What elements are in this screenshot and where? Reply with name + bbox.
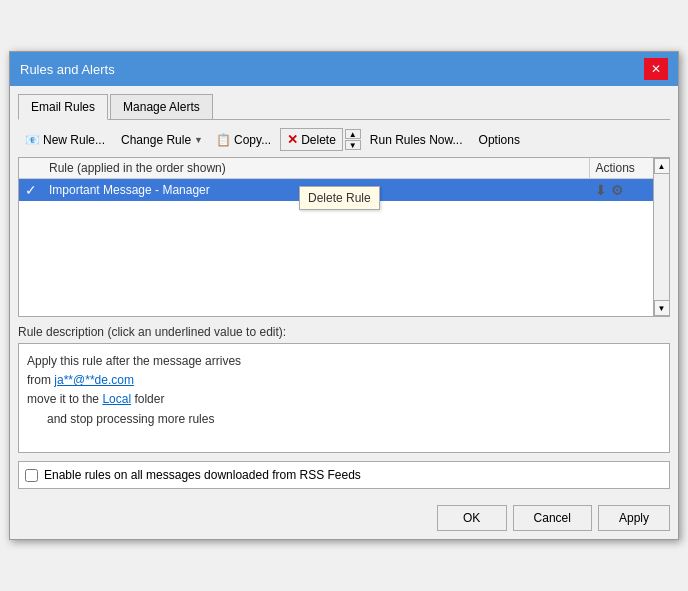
tab-email-rules[interactable]: Email Rules — [18, 94, 108, 120]
tabs-container: Email Rules Manage Alerts — [18, 94, 670, 120]
toolbar: 📧 New Rule... Change Rule ▼ 📋 Copy... ✕ … — [18, 128, 670, 151]
rules-and-alerts-dialog: Rules and Alerts ✕ Email Rules Manage Al… — [9, 51, 679, 540]
scroll-up-arrow[interactable]: ▲ — [654, 158, 670, 174]
filter-icon: ⚙ — [611, 182, 624, 198]
download-icon: ⬇ — [595, 182, 607, 198]
desc-line1: Apply this rule after the message arrive… — [27, 352, 661, 371]
delete-tooltip: Delete Rule — [299, 186, 380, 210]
apply-button[interactable]: Apply — [598, 505, 670, 531]
move-down-button[interactable]: ▼ — [345, 140, 361, 150]
copy-button[interactable]: 📋 Copy... — [209, 129, 278, 151]
change-rule-dropdown-icon: ▼ — [194, 135, 203, 145]
col-rule-header: Rule (applied in the order shown) — [43, 158, 589, 179]
desc-line4: and stop processing more rules — [27, 410, 661, 429]
desc-line2: from ja**@**de.com — [27, 371, 661, 390]
ok-button[interactable]: OK — [437, 505, 507, 531]
rules-table-container: Rule (applied in the order shown) Action… — [18, 157, 670, 317]
check-mark-icon: ✓ — [25, 182, 37, 198]
table-header-row: Rule (applied in the order shown) Action… — [19, 158, 669, 179]
move-up-button[interactable]: ▲ — [345, 129, 361, 139]
title-bar: Rules and Alerts ✕ — [10, 52, 678, 86]
options-button[interactable]: Options — [472, 129, 527, 151]
rule-check-cell: ✓ — [19, 179, 43, 202]
email-link[interactable]: ja**@**de.com — [54, 373, 134, 387]
delete-icon: ✕ — [287, 132, 298, 147]
run-rules-button[interactable]: Run Rules Now... — [363, 129, 470, 151]
description-section: Rule description (click an underlined va… — [18, 325, 670, 453]
new-rule-icon: 📧 — [25, 133, 40, 147]
dialog-body: Email Rules Manage Alerts 📧 New Rule... … — [10, 86, 678, 539]
new-rule-button[interactable]: 📧 New Rule... — [18, 129, 112, 151]
desc-line3: move it to the Local folder — [27, 390, 661, 409]
rss-label: Enable rules on all messages downloaded … — [44, 468, 361, 482]
copy-icon: 📋 — [216, 133, 231, 147]
close-button[interactable]: ✕ — [644, 58, 668, 80]
description-box: Apply this rule after the message arrive… — [18, 343, 670, 453]
delete-button[interactable]: ✕ Delete — [280, 128, 343, 151]
footer-buttons: OK Cancel Apply — [18, 501, 670, 531]
rss-checkbox[interactable] — [25, 469, 38, 482]
change-rule-button[interactable]: Change Rule ▼ — [114, 129, 207, 151]
move-buttons: ▲ ▼ — [345, 129, 361, 150]
cancel-button[interactable]: Cancel — [513, 505, 592, 531]
folder-link[interactable]: Local — [102, 392, 131, 406]
tab-manage-alerts[interactable]: Manage Alerts — [110, 94, 213, 119]
col-check — [19, 158, 43, 179]
scrollbar[interactable]: ▲ ▼ — [653, 158, 669, 316]
description-label: Rule description (click an underlined va… — [18, 325, 670, 339]
dialog-title: Rules and Alerts — [20, 62, 115, 77]
scroll-down-arrow[interactable]: ▼ — [654, 300, 670, 316]
rss-section: Enable rules on all messages downloaded … — [18, 461, 670, 489]
